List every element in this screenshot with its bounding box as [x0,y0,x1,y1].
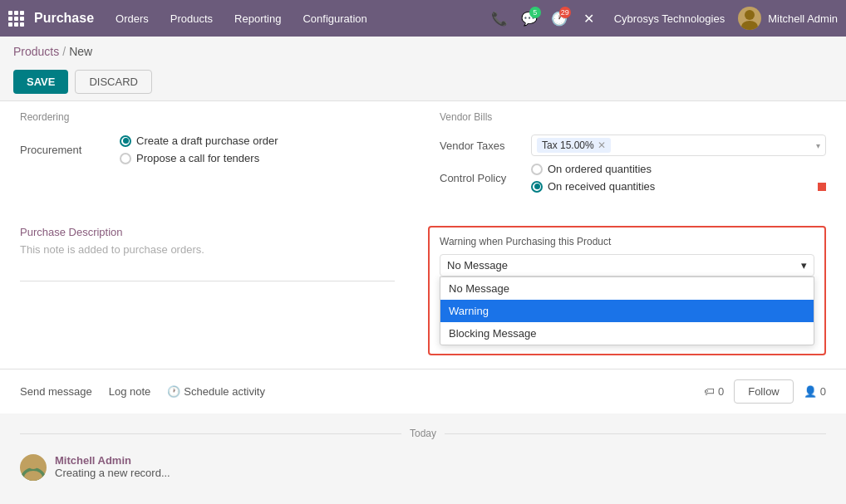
toolbar: SAVE DISCARD [0,63,846,100]
chat-icon[interactable]: 💬 5 [518,7,541,30]
procurement-draft-label: Create a draft purchase order [136,135,278,147]
warning-select[interactable]: No Message ▾ [440,254,814,276]
message-user: Mitchell Admin [55,454,826,467]
breadcrumb-current: New [69,45,92,58]
warning-section: Warning when Purchasing this Product No … [428,226,826,355]
policy-received-label: On received quantities [548,180,655,193]
radio-draft [120,135,131,147]
svg-point-3 [27,458,39,469]
description-column: Purchase Description This note is added … [20,226,395,355]
message-avatar [20,454,47,481]
control-policy-field: Control Policy On ordered quantities On … [440,163,826,193]
today-divider: Today [20,427,826,439]
vendor-bills-header: Vendor Bills [440,111,826,126]
procurement-options: Create a draft purchase order Propose a … [120,135,406,164]
tag-count: 0 [718,385,724,398]
tax-tag: Tax 15.00% ✕ [537,138,611,153]
breadcrumb: Products / New [0,37,846,63]
today-label: Today [401,428,445,439]
radio-ordered [531,164,543,175]
warning-option-no-message[interactable]: No Message [440,277,814,300]
clock-badge: 29 [559,7,571,18]
vendor-taxes-value: Tax 15.00% ✕ ▾ [531,135,826,156]
reordering-header: Reordering [20,111,406,126]
nav-orders[interactable]: Orders [106,7,159,30]
clock-icon[interactable]: 🕐 29 [548,7,571,30]
svg-point-0 [745,10,755,20]
follower-icon: 👤 [804,385,817,398]
message-row: Mitchell Admin Creating a new record... [0,449,846,486]
form-row-headers: Reordering Procurement Create a draft pu… [20,111,826,199]
tax-select-box[interactable]: Tax 15.00% ✕ ▾ [531,135,826,156]
required-marker [818,183,826,191]
radio-tender [120,153,131,164]
procurement-label: Procurement [20,144,120,156]
purchase-desc-section: Purchase Description This note is added … [0,216,846,369]
warning-dropdown: No Message Warning Blocking Message [440,276,814,345]
tax-tag-remove[interactable]: ✕ [598,139,606,151]
nav-reporting[interactable]: Reporting [224,7,291,30]
control-policy-label: Control Policy [440,172,531,184]
procurement-option-draft[interactable]: Create a draft purchase order [120,135,406,147]
today-section: Today Mitchell Admin Creating a new reco… [0,413,846,499]
tag-icon: 🏷 [704,385,715,398]
warning-option-warning[interactable]: Warning [440,300,814,322]
purchase-desc-placeholder[interactable]: This note is added to purchase orders. [20,243,395,281]
grid-icon [8,11,24,27]
nav-configuration[interactable]: Configuration [293,7,376,30]
user-avatar[interactable] [738,7,761,30]
procurement-tender-label: Propose a call for tenders [136,152,259,164]
right-column: Vendor Bills Vendor Taxes Tax 15.00% ✕ ▾ [440,111,826,199]
message-text: Creating a new record... [55,467,826,479]
control-policy-options: On ordered quantities On received quanti… [531,163,826,193]
main-content: Reordering Procurement Create a draft pu… [0,100,846,369]
policy-option-ordered[interactable]: On ordered quantities [531,163,826,175]
vendor-taxes-field: Vendor Taxes Tax 15.00% ✕ ▾ [440,135,826,156]
app-logo[interactable]: Purchase [8,11,94,27]
message-body: Mitchell Admin Creating a new record... [55,454,826,479]
bottom-bar: Send message Log note 🕐 Schedule activit… [0,369,846,413]
follow-button[interactable]: Follow [734,379,794,404]
warning-arrow: ▾ [801,259,807,272]
send-message-button[interactable]: Send message [20,385,92,398]
left-column: Reordering Procurement Create a draft pu… [20,111,406,171]
nav-products[interactable]: Products [160,7,223,30]
app-name: Purchase [34,11,94,26]
svg-point-1 [741,21,758,30]
vendor-taxes-label: Vendor Taxes [440,139,531,152]
tax-tag-text: Tax 15.00% [542,139,594,151]
save-button[interactable]: SAVE [13,70,68,94]
top-navigation: Purchase Orders Products Reporting Confi… [0,0,846,37]
follower-count: 0 [820,385,826,398]
warning-option-blocking[interactable]: Blocking Message [440,322,814,345]
company-name: Cybrosys Technologies [614,12,725,25]
discard-button[interactable]: DISCARD [75,70,152,94]
form-section: Reordering Procurement Create a draft pu… [0,101,846,216]
follower-count-badge: 👤 0 [804,385,826,398]
procurement-option-tender[interactable]: Propose a call for tenders [120,152,406,164]
schedule-activity-button[interactable]: 🕐 Schedule activity [167,385,265,398]
breadcrumb-parent[interactable]: Products [13,45,59,58]
schedule-activity-label: Schedule activity [184,385,265,398]
policy-option-received[interactable]: On received quantities [531,180,826,193]
breadcrumb-separator: / [62,45,66,58]
warning-title: Warning when Purchasing this Product [440,236,814,247]
user-name: Mitchell Admin [768,12,838,25]
warning-selected-value: No Message [447,259,508,272]
purchase-desc-label: Purchase Description [20,226,395,238]
procurement-field: Procurement Create a draft purchase orde… [20,135,406,164]
phone-icon[interactable]: 📞 [488,7,511,30]
bottom-right-actions: 🏷 0 Follow 👤 0 [704,379,826,404]
policy-ordered-label: On ordered quantities [548,163,652,175]
nav-icons: 📞 💬 5 🕐 29 ✕ Cybrosys Technologies Mitch… [488,7,838,30]
tax-dropdown-arrow: ▾ [816,141,820,150]
close-icon[interactable]: ✕ [578,7,601,30]
chat-badge: 5 [529,7,541,18]
tag-count-badge: 🏷 0 [704,385,724,398]
radio-received [531,181,543,193]
top-menu: Orders Products Reporting Configuration [106,7,484,30]
activity-icon: 🕐 [167,385,180,398]
log-note-button[interactable]: Log note [109,385,151,398]
